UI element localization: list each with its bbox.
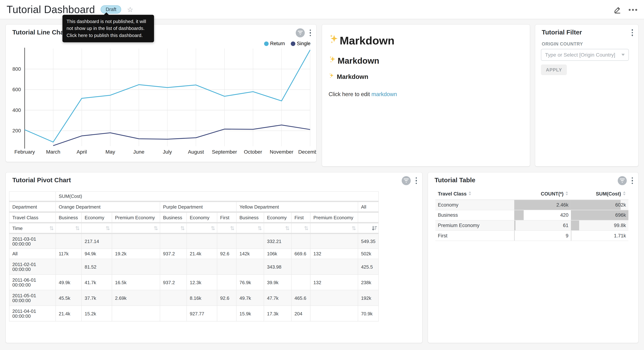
pivot-chart-title: Tutorial Pivot Chart [12, 177, 71, 184]
tutorial-table: Travel Class COUNT(*) SUM(Cost) Economy … [436, 190, 628, 241]
pivot-card-icons [402, 176, 418, 185]
pivot-group-header: Yellow Department [236, 202, 358, 212]
pivot-cell [112, 259, 160, 274]
pivot-sort-cell[interactable]: ⇅ [56, 223, 82, 234]
pivot-cell: 15.9k [236, 306, 264, 321]
svg-text:600: 600 [12, 86, 21, 92]
filter-card-kebab-icon[interactable] [630, 28, 634, 37]
svg-text:February: February [14, 149, 35, 155]
pivot-time-label: Time [12, 226, 23, 230]
more-menu-icon[interactable] [628, 8, 638, 11]
pivot-cell: 937.2 [160, 274, 187, 290]
pivot-card-kebab-icon[interactable] [414, 176, 418, 185]
sort-icon[interactable]: ⇅ [230, 226, 234, 231]
pivot-sort-cell[interactable]: ⇅ [291, 223, 310, 234]
sum-cell: 1.71k [571, 230, 628, 241]
svg-text:March: March [46, 149, 60, 155]
filter-indicator-icon[interactable] [402, 176, 410, 185]
pivot-cell: 8.16k [187, 290, 217, 306]
column-header-sum-cost[interactable]: SUM(Cost) [571, 190, 628, 200]
markdown-paragraph: Click here to edit markdown [328, 91, 523, 98]
pivot-cell: 45.5k [56, 290, 82, 306]
pivot-row: 2011-03-0100:00:00 217.14 332.21 549.35 [9, 234, 378, 249]
sort-icon[interactable]: ⇅ [106, 226, 110, 231]
line-chart-kebab-icon[interactable] [308, 29, 312, 37]
pivot-col-header: Economy [82, 212, 112, 223]
pivot-cell: 425.5 [358, 259, 378, 274]
filter-indicator-icon[interactable] [618, 176, 626, 185]
pivot-sort-cell[interactable]: ⇅ [160, 223, 187, 234]
column-header-travel-class[interactable]: Travel Class [436, 190, 514, 200]
sort-icon[interactable]: ⇅ [352, 226, 356, 231]
column-header-count[interactable]: COUNT(*) [514, 190, 571, 200]
sort-caret-icon [565, 191, 568, 197]
star-icon[interactable]: ☆ [127, 6, 133, 13]
header-actions [614, 0, 638, 19]
sort-icon[interactable]: ⇅ [180, 226, 185, 231]
legend-label: Return [270, 40, 285, 46]
edit-pencil-icon[interactable] [614, 6, 621, 14]
legend-item-single[interactable]: Single [290, 40, 310, 46]
pivot-sort-cell[interactable]: ⇅ [264, 223, 292, 234]
svg-text:November: November [270, 149, 294, 155]
pivot-cell: 17.3k [264, 306, 292, 321]
pivot-corner-cell [9, 192, 56, 201]
pivot-sort-cell[interactable]: ⇅ [236, 223, 264, 234]
svg-text:200: 200 [12, 128, 21, 134]
line-chart-card-icons [296, 28, 312, 37]
pivot-row: 2011-06-0100:00:00 49.9k 41.7k 16.5k 937… [9, 274, 378, 290]
pivot-cell: 132 [310, 274, 358, 290]
legend-item-return[interactable]: Return [264, 40, 285, 46]
markdown-edit-link[interactable]: markdown [371, 91, 397, 98]
markdown-h1: Markdown [328, 34, 523, 48]
table-card-kebab-icon[interactable] [630, 176, 634, 185]
pivot-sort-cell[interactable]: ⇅ [112, 223, 160, 234]
pivot-sort-cell[interactable]: ⇅ [187, 223, 217, 234]
apply-button[interactable]: APPLY [541, 64, 567, 75]
sort-icon[interactable]: ⇅ [211, 226, 215, 231]
sort-icon[interactable]: ⇅ [75, 226, 80, 231]
tooltip-text: This dashboard is not published, it will… [66, 19, 146, 38]
pivot-row-label: 2011-05-0100:00:00 [9, 290, 56, 306]
pivot-group-header: Purple Department [160, 202, 236, 212]
pivot-time-header[interactable]: Time⇅ [9, 223, 56, 234]
pivot-col-header: Business [236, 212, 264, 223]
pivot-cell: 927.77 [187, 306, 217, 321]
pivot-table: SUM(Cost) Department Orange Department P… [9, 191, 379, 322]
sort-caret-icon [468, 191, 472, 197]
svg-text:June: June [133, 149, 144, 155]
pivot-col-header: Economy [187, 212, 217, 223]
filter-indicator-icon[interactable] [296, 28, 304, 37]
draft-tooltip: This dashboard is not published, it will… [62, 15, 154, 42]
pivot-col-header: Premium Economy [112, 212, 160, 223]
pivot-cell: 37.7k [82, 290, 112, 306]
sparkles-icon [328, 73, 335, 80]
pivot-sort-cell[interactable]: ⇅ [310, 223, 358, 234]
pivot-cell [217, 234, 236, 249]
pivot-cell: 669.6 [291, 249, 310, 259]
sort-descending-icon[interactable] [372, 226, 377, 231]
sort-icon[interactable]: ⇅ [304, 226, 308, 231]
pivot-row: 2011-04-0100:00:00 21.4k 15.2k 927.77 15… [9, 306, 378, 321]
pivot-cell: 70.9k [358, 306, 378, 321]
sort-icon[interactable]: ⇅ [154, 226, 158, 231]
sort-icon[interactable]: ⇅ [285, 226, 290, 231]
pivot-cell: 94.9k [82, 249, 112, 259]
filter-card-title: Tutorial Filter [542, 29, 582, 36]
sort-icon[interactable]: ⇅ [49, 226, 54, 231]
pivot-cell: 549.35 [358, 234, 378, 249]
table-row: Business 420 696k [436, 210, 628, 220]
svg-text:October: October [244, 149, 262, 155]
count-cell: 420 [514, 210, 571, 220]
count-cell: 61 [514, 220, 571, 231]
sort-caret-icon [622, 191, 626, 197]
pivot-cell [112, 306, 160, 321]
table-row: Premium Economy 61 99.8k [436, 220, 628, 231]
origin-country-select[interactable]: Type or Select [Origin Country] [541, 49, 629, 61]
pivot-sort-cell[interactable]: ⇅ [82, 223, 112, 234]
sort-icon[interactable]: ⇅ [258, 226, 262, 231]
pivot-sort-cell[interactable]: ⇅ [217, 223, 236, 234]
line-chart-card: Tutorial Line Chart Return Single Februa… [6, 25, 316, 162]
pivot-sort-cell-active[interactable] [358, 223, 378, 234]
pivot-cell [160, 259, 187, 274]
